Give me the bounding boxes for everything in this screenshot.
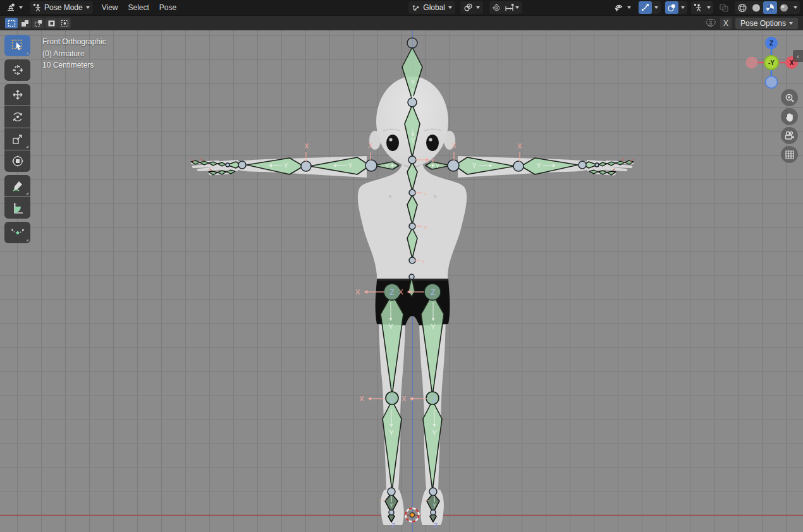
gizmo-y-label: -Y [768,59,775,66]
gizmo-options-dropdown[interactable] [652,1,660,14]
select-mode-subtract[interactable] [32,18,44,28]
overlays-icon [667,3,677,12]
camera-view-button[interactable] [781,127,798,144]
axis-label-y: Y [411,79,415,86]
axis-label-x: X [355,288,360,296]
select-mode-set[interactable] [5,18,18,28]
zoom-button[interactable] [781,89,798,106]
snap-toggle[interactable] [490,1,503,14]
tool-transform[interactable] [4,150,30,172]
axis-label-z: Z [390,396,394,403]
axis-label-x: X [517,142,522,150]
axis-label-x: x [424,224,427,230]
chevron-down-icon [515,6,519,9]
view-name-text: Front Orthographic [42,36,106,48]
select-mode-invert[interactable] [45,18,58,28]
axis-label-x: X [304,142,309,150]
mode-dropdown[interactable]: Pose Mode [30,1,93,14]
shading-solid-button[interactable] [749,1,763,14]
axis-label-x: X [368,142,373,149]
eye [386,135,399,151]
magnet-icon [492,3,501,12]
shading-rendered-button[interactable] [777,1,791,14]
snap-increment-icon [505,3,515,12]
axis-label-z: Z [432,396,436,403]
object-visibility-dropdown[interactable] [610,1,634,14]
show-gizmo-toggle[interactable] [639,1,652,14]
show-overlays-toggle[interactable] [665,1,678,14]
tool-measure[interactable] [4,197,30,219]
axis-label-x: X [398,288,403,296]
axis-label-x: x [431,157,434,164]
solid-sphere-icon [751,3,761,13]
menu-select[interactable]: Select [123,2,154,13]
axis-label-y: Y [472,162,477,169]
viewport-canvas: XXXXXXXXxxxxYYYYYYYYYYYYyyZZZZZZ Z X -Y [0,30,803,532]
pose-mode-icon [33,3,42,12]
axis-label-y: y [390,502,393,507]
editor-3d-viewport-icon [6,3,16,12]
axis-label-y: Y [385,163,389,169]
axis-label-y: Y [411,137,415,144]
transform-orientation-dropdown[interactable]: Global [408,1,455,14]
chevron-down-icon [448,6,452,9]
material-sphere-icon [765,3,775,13]
chevron-down-icon [789,22,793,25]
xray-toggle[interactable] [717,1,731,14]
axis-label-z: Z [434,523,438,529]
select-mode-extend[interactable] [18,18,31,28]
viewport-3d[interactable]: Front Orthographic (0) Armature 10 Centi… [0,30,803,532]
pivot-point-dropdown[interactable] [460,1,483,14]
pivot-median-icon [463,3,473,12]
gizmo-icon [641,3,650,12]
active-object-text: (0) Armature [42,48,106,60]
snap-target-dropdown[interactable] [503,1,521,14]
chevron-down-icon [654,6,658,9]
xray-icon [719,3,729,13]
axis-label-y: y [433,502,436,507]
menu-view[interactable]: View [97,2,123,13]
tool-pose-breakdowner[interactable] [4,222,30,243]
mode-label: Pose Mode [44,3,83,12]
chevron-down-icon [681,6,685,9]
viewport-overlay-text: Front Orthographic (0) Armature 10 Centi… [42,36,106,71]
axis-label-x: X [451,142,457,149]
tool-select-box[interactable] [4,35,30,56]
select-mode-intersect[interactable] [58,18,71,28]
axis-label-y: Y [431,323,436,330]
tool-cursor[interactable] [4,59,30,81]
overlays-options-dropdown[interactable] [678,1,687,14]
pose-options-dropdown[interactable]: Pose Options [735,18,798,29]
editor-type-button[interactable] [3,1,26,14]
gizmo-axis-x-negative[interactable] [746,57,758,69]
tool-rotate[interactable] [4,106,30,128]
shading-material-button[interactable] [763,1,777,14]
chevron-down-icon [707,6,711,9]
sidebar-toggle[interactable]: ‹ [793,50,803,62]
tool-move[interactable] [4,84,30,106]
menu-pose[interactable]: Pose [154,2,181,13]
visibility-eye-icon [613,3,624,13]
armature-display-dropdown[interactable] [704,1,713,14]
blender-window: { "header": { "mode_label": "Pose Mode",… [0,0,803,532]
tool-annotate[interactable] [4,175,30,196]
chevron-down-icon [86,6,90,9]
pan-button[interactable] [781,108,798,125]
axis-label-z: Z [431,288,435,297]
armature-display-toggle[interactable] [692,1,704,14]
orientation-axes-icon [412,3,420,12]
tool-settings-bar: X Pose Options [0,15,803,30]
pose-mirror-x-toggle[interactable]: X [720,18,732,29]
axis-label-y: Y [537,162,541,169]
rendered-sphere-icon [779,3,789,13]
gizmo-axis-z-negative[interactable] [766,76,778,88]
pose-options-label: Pose Options [740,19,786,28]
axis-label-x: x [422,258,424,264]
shading-wireframe-button[interactable] [735,1,749,14]
perspective-toggle-button[interactable] [781,146,798,163]
select-mode-group [5,18,71,28]
tool-scale[interactable] [4,128,30,150]
axis-label-y: Y [432,429,437,437]
shading-options-dropdown[interactable] [791,1,799,14]
orientation-label: Global [423,3,445,12]
